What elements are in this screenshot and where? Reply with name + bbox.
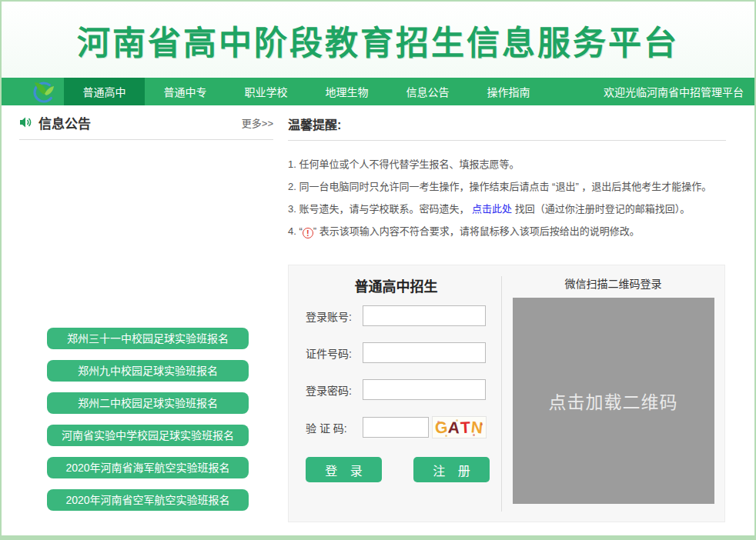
main-content: 信息公告 更多>> 郑州三十一中校园足球实验班报名 郑州九中校园足球实验班报名 … <box>2 105 754 535</box>
id-number-input[interactable] <box>363 342 486 363</box>
captcha-noise-dot <box>456 419 458 422</box>
tip-2-text: 2. 同一台电脑同时只允许同一考生操作，操作结束后请点击 “退出” ，退出后其他… <box>288 181 711 192</box>
announcements-title: 信息公告 <box>38 113 91 132</box>
captcha-label: 验 证 码: <box>306 420 363 435</box>
account-input[interactable] <box>363 305 486 326</box>
tip-3-text-pre: 3. 账号遗失，请与学校联系。密码遗失， <box>288 203 472 215</box>
captcha-noise-dot <box>480 423 483 425</box>
captcha-row: 验 证 码: G A T N <box>306 416 501 438</box>
nav-item-secondary-vocational[interactable]: 普通中专 <box>145 78 226 105</box>
account-label: 登录账号: <box>306 308 363 324</box>
qr-code-placeholder[interactable]: 点击加载二维码 <box>513 298 714 504</box>
nav-item-vocational-school[interactable]: 职业学校 <box>226 78 306 105</box>
speaker-icon <box>19 116 33 128</box>
tip-item-4: 4. “!” 表示该项输入内容不符合要求，请将鼠标移入该项后按给出的说明修改。 <box>288 220 726 242</box>
id-number-row: 证件号码: <box>306 342 501 363</box>
tip-item-2: 2. 同一台电脑同时只允许同一考生操作，操作结束后请点击 “退出” ，退出后其他… <box>288 175 726 198</box>
page: 河南省高中阶段教育招生信息服务平台 普通高中 普通中专 职业学校 地理生物 信息… <box>0 0 756 540</box>
password-row: 登录密码: <box>306 379 501 400</box>
leaf-globe-icon <box>32 79 56 104</box>
register-button[interactable]: 注 册 <box>413 457 490 482</box>
password-recovery-link[interactable]: 点击此处 <box>472 203 512 215</box>
password-label: 登录密码: <box>306 382 363 398</box>
right-column: 温馨提醒: 1. 任何单位或个人不得代替学生报名、填报志愿等。 2. 同一台电脑… <box>288 105 726 535</box>
more-link[interactable]: 更多>> <box>242 115 273 130</box>
main-nav: 普通高中 普通中专 职业学校 地理生物 信息公告 操作指南 欢迎光临河南省中招管… <box>2 78 754 105</box>
nav-item-user-guide[interactable]: 操作指南 <box>468 78 549 105</box>
password-input[interactable] <box>363 379 486 400</box>
qr-section: 微信扫描二维码登录 点击加载二维码 <box>502 265 724 522</box>
signup-button-zhengzhou-31[interactable]: 郑州三十一中校园足球实验班报名 <box>47 328 249 349</box>
signup-button-henan-experimental[interactable]: 河南省实验中学校园足球实验班报名 <box>47 425 249 446</box>
login-form-title: 普通高中招生 <box>306 275 487 295</box>
signup-button-navy-aviation[interactable]: 2020年河南省海军航空实验班报名 <box>47 457 249 478</box>
account-row: 登录账号: <box>306 305 501 326</box>
captcha-noise-dot <box>437 421 440 423</box>
site-title: 河南省高中阶段教育招生信息服务平台 <box>77 16 679 64</box>
captcha-input[interactable] <box>363 417 429 438</box>
nav-item-general-high-school[interactable]: 普通高中 <box>64 78 145 105</box>
captcha-noise-dot <box>473 434 475 436</box>
captcha-noise-dot <box>445 435 447 437</box>
announcements-header: 信息公告 更多>> <box>19 112 273 132</box>
tip-item-1: 1. 任何单位或个人不得代替学生报名、填报志愿等。 <box>288 153 726 175</box>
tip-3-text-post: 找回（通过你注册时登记的邮箱找回）。 <box>512 203 690 215</box>
tips-list: 1. 任何单位或个人不得代替学生报名、填报志愿等。 2. 同一台电脑同时只允许同… <box>288 153 726 242</box>
welcome-text: 欢迎光临河南省中招管理平台 <box>604 78 744 105</box>
site-logo <box>30 78 58 105</box>
nav-items: 普通高中 普通中专 职业学校 地理生物 信息公告 操作指南 <box>64 78 549 105</box>
qr-title: 微信扫描二维码登录 <box>565 275 662 291</box>
tip-4-text-post: ” 表示该项输入内容不符合要求，请将鼠标移入该项后按给出的说明修改。 <box>313 225 640 237</box>
login-actions: 登 录 注 册 <box>306 457 501 482</box>
nav-item-announcements[interactable]: 信息公告 <box>387 78 468 105</box>
tips-divider <box>288 140 726 141</box>
tip-item-3: 3. 账号遗失，请与学校联系。密码遗失， 点击此处 找回（通过你注册时登记的邮箱… <box>288 198 726 220</box>
tip-1-text: 1. 任何单位或个人不得代替学生报名、填报志愿等。 <box>288 158 519 170</box>
nav-item-geography-biology[interactable]: 地理生物 <box>306 78 387 105</box>
announcements-divider <box>19 139 273 140</box>
login-button[interactable]: 登 录 <box>306 457 382 482</box>
signup-button-airforce-aviation[interactable]: 2020年河南省空军航空实验班报名 <box>47 489 249 511</box>
announcements-column: 信息公告 更多>> 郑州三十一中校园足球实验班报名 郑州九中校园足球实验班报名 … <box>19 105 273 535</box>
captcha-image[interactable]: G A T N <box>432 416 487 438</box>
announcement-buttons: 郑州三十一中校园足球实验班报名 郑州九中校园足球实验班报名 郑州二中校园足球实验… <box>19 328 273 511</box>
login-form: 普通高中招生 登录账号: 证件号码: 登录密码: 验 证 码: <box>289 265 501 522</box>
signup-button-zhengzhou-2[interactable]: 郑州二中校园足球实验班报名 <box>47 392 249 414</box>
id-number-label: 证件号码: <box>306 345 363 361</box>
warning-icon: ! <box>303 228 313 238</box>
signup-button-zhengzhou-9[interactable]: 郑州九中校园足球实验班报名 <box>47 360 249 382</box>
qr-placeholder-text: 点击加载二维码 <box>549 388 678 414</box>
masthead: 河南省高中阶段教育招生信息服务平台 <box>2 2 754 78</box>
tip-4-text-pre: 4. “ <box>288 225 303 237</box>
captcha-char: A <box>447 418 461 437</box>
tips-heading: 温馨提醒: <box>288 115 726 133</box>
login-panel: 普通高中招生 登录账号: 证件号码: 登录密码: 验 证 码: <box>288 265 725 522</box>
